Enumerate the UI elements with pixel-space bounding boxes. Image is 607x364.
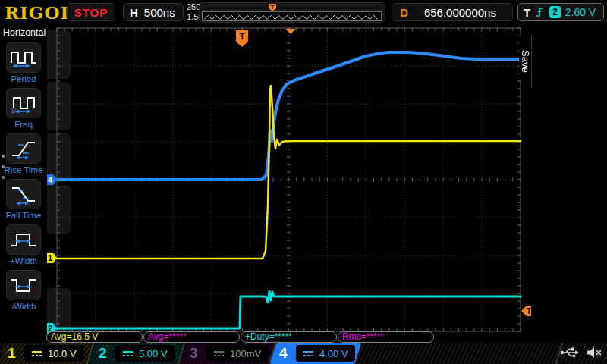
rigol-logo: RIGOL [5,2,74,23]
timebase-label: H [130,6,138,19]
dc-coupling-icon [303,350,314,357]
channel-4-number: 4 [279,345,290,362]
oscilloscope-screen: 412TT RIGOL STOP H 500ns 250MSa/s 1.50k … [0,0,607,364]
fall-time-icon [9,183,38,206]
trigger-level-value: 2.60 V [565,6,596,18]
channel-1-number: 1 [8,345,18,362]
trigger-label: T [524,6,530,19]
speaker-muted-icon [586,345,602,360]
svg-text:1: 1 [48,253,52,262]
sidebar-item-neg-width[interactable]: -Width [0,270,47,311]
dc-coupling-icon [31,350,42,357]
sidebar-item-pos-width[interactable]: +Width [0,224,47,265]
sidebar-item-label: +Width [0,256,47,265]
dc-coupling-icon [122,350,134,357]
sidebar-item-label: Fall Time [0,211,47,220]
svg-text:T: T [240,32,245,41]
waveform-display: 412TT [0,0,607,364]
sidebar-item-label: Rise Time [0,165,47,174]
measurement-avg-ch1[interactable]: Avg=16.5 V [46,331,143,343]
channel-4-status-selected[interactable]: 4 4.00 V [273,343,358,364]
run-state-label: STOP [74,6,109,19]
period-icon [9,46,38,69]
dc-coupling-icon [213,350,225,357]
traces [57,52,521,328]
channel-2-scale: 5.00 V [139,348,168,359]
channel-1-scale: 10.0 V [48,348,77,359]
channel-4-scale: 4.00 V [319,348,348,359]
svg-text:4: 4 [48,175,53,184]
screen-center-marker [285,29,296,34]
measurement-rms[interactable]: Rms=***** [338,331,434,343]
rising-edge-icon [535,6,545,18]
timebase-value: 500ns [144,6,175,19]
top-status-bar: RIGOL STOP H 500ns 250MSa/s 1.50k pts T … [0,0,607,24]
trigger-status-readout: T 2 2.60 V [517,3,604,21]
sidebar-item-freq[interactable]: 1/ Freq [0,88,47,129]
delay-value: 656.000000ns [416,6,505,19]
trigger-source-badge: 2 [549,6,561,18]
sidebar-item-label: -Width [0,302,47,311]
run-state-indicator: STOP [67,3,115,21]
plus-width-icon [9,228,38,251]
channel-3-status[interactable]: 3 100mV [184,343,272,364]
measurement-avg[interactable]: Avg=***** [143,331,240,343]
measurement-duty[interactable]: +Duty=***** [241,331,337,343]
sidebar-item-label: Period [0,74,47,83]
memory-waveform-icon: T [200,3,385,22]
sidebar-item-period[interactable]: Period [0,42,47,83]
softkey-menu-panel [531,24,607,341]
sidebar-scroll-indicator [2,147,5,187]
channel-2-number: 2 [99,345,109,362]
timebase-readout: H 500ns [123,3,184,21]
usb-icon [560,345,580,360]
svg-text:T: T [271,4,275,11]
minus-width-icon [9,274,38,297]
freq-icon: 1/ [9,92,38,115]
trigger-delay-readout: D 656.000000ns [392,3,513,21]
memory-position-bar[interactable]: T [199,2,385,23]
delay-label: D [400,6,408,19]
sidebar-item-label: Freq [0,120,47,129]
measure-sidebar: Horizontal Period 1/ Freq [0,24,47,341]
measure-category-title: Horizontal [0,24,47,42]
sidebar-item-fall-time[interactable]: Fall Time [0,179,47,220]
svg-text:1/: 1/ [11,107,17,115]
channel-2-status[interactable]: 2 5.00 V [93,343,181,364]
rise-time-icon [9,137,38,160]
channel-3-number: 3 [190,345,200,362]
channel-1-status[interactable]: 1 10.0 V [2,343,90,364]
channel-3-scale: 100mV [230,348,261,359]
sidebar-item-rise-time[interactable]: Rise Time [0,133,47,174]
